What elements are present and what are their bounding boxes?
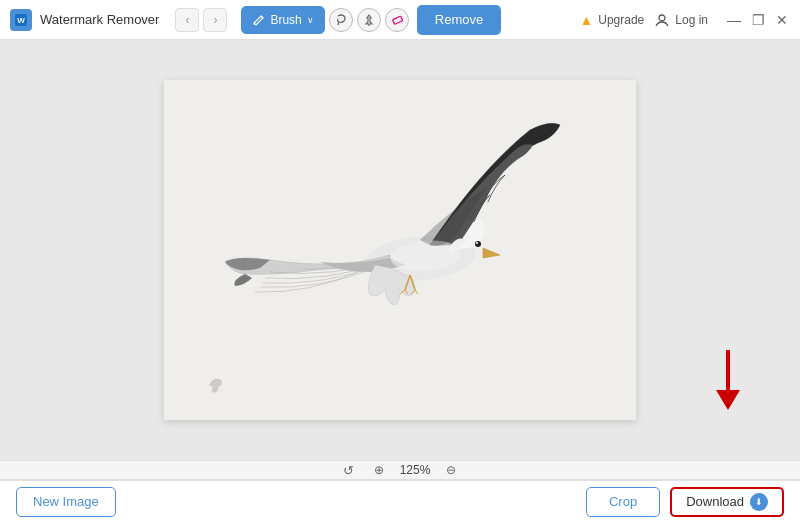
- new-image-button[interactable]: New Image: [16, 487, 116, 517]
- back-button[interactable]: ‹: [175, 8, 199, 32]
- arrow-annotation: [716, 350, 740, 410]
- pin-tool-button[interactable]: [357, 8, 381, 32]
- zoom-out-button[interactable]: ⊖: [442, 461, 460, 479]
- user-icon: [654, 12, 670, 28]
- download-button[interactable]: Download ⬇: [670, 487, 784, 517]
- reset-button[interactable]: ↺: [340, 461, 358, 479]
- app-logo: W: [10, 9, 32, 31]
- svg-point-10: [475, 241, 481, 247]
- remove-button[interactable]: Remove: [417, 5, 501, 35]
- titlebar-right-controls: ▲ Upgrade Log in — ❐ ✕: [579, 12, 790, 28]
- forward-button[interactable]: ›: [203, 8, 227, 32]
- upgrade-icon: ▲: [579, 12, 593, 28]
- app-title: Watermark Remover: [40, 12, 159, 27]
- image-container: [164, 80, 636, 420]
- download-icon: ⬇: [750, 493, 768, 511]
- window-controls: — ❐ ✕: [726, 12, 790, 28]
- login-button[interactable]: Log in: [654, 12, 708, 28]
- crop-button[interactable]: Crop: [586, 487, 660, 517]
- bottombar: New Image Crop Download ⬇: [0, 480, 800, 522]
- brush-label: Brush: [270, 13, 301, 27]
- titlebar: W Watermark Remover ‹ › Brush ∨: [0, 0, 800, 40]
- svg-line-2: [261, 16, 263, 18]
- svg-rect-5: [392, 16, 402, 24]
- zoom-level: 125%: [400, 463, 431, 477]
- upgrade-button[interactable]: ▲ Upgrade: [579, 12, 644, 28]
- arrow-head: [716, 390, 740, 410]
- svg-text:W: W: [17, 16, 25, 25]
- close-button[interactable]: ✕: [774, 12, 790, 28]
- arrow-shaft: [726, 350, 730, 390]
- eraser-tool-button[interactable]: [385, 8, 409, 32]
- lasso-icon: [334, 13, 348, 27]
- seagull-image: [164, 80, 636, 420]
- brush-chevron: ∨: [307, 15, 314, 25]
- pin-icon: [362, 13, 376, 27]
- svg-point-6: [659, 15, 665, 21]
- lasso-tool-button[interactable]: [329, 8, 353, 32]
- toolbar-tools: Brush ∨ Remove: [241, 5, 571, 35]
- brush-tool-button[interactable]: Brush ∨: [241, 6, 324, 34]
- restore-button[interactable]: ❐: [750, 12, 766, 28]
- login-label: Log in: [675, 13, 708, 27]
- svg-point-11: [476, 242, 478, 244]
- upgrade-label: Upgrade: [598, 13, 644, 27]
- bottom-right-actions: Crop Download ⬇: [586, 487, 784, 517]
- minimize-button[interactable]: —: [726, 12, 742, 28]
- zoom-in-button[interactable]: ⊕: [370, 461, 388, 479]
- eraser-icon: [390, 13, 404, 27]
- svg-line-3: [338, 22, 339, 25]
- statusbar: ↺ ⊕ 125% ⊖: [0, 460, 800, 480]
- brush-icon: [252, 13, 265, 26]
- nav-buttons: ‹ ›: [175, 8, 227, 32]
- download-label: Download: [686, 494, 744, 509]
- canvas-area: [0, 40, 800, 460]
